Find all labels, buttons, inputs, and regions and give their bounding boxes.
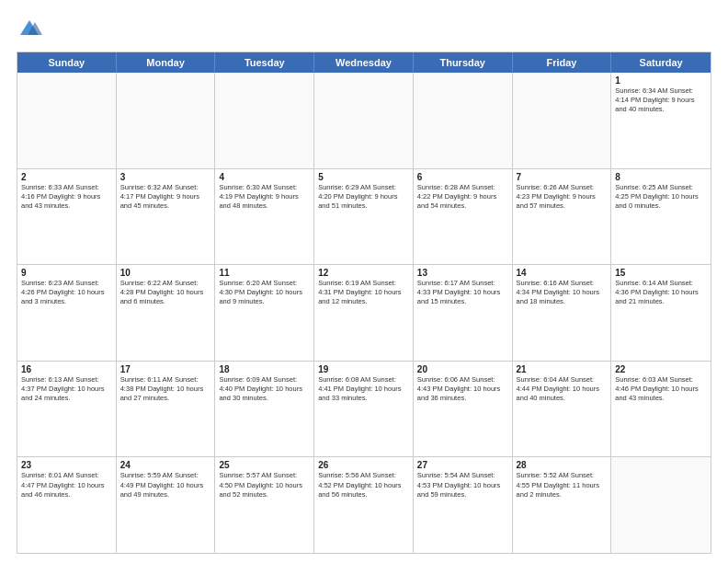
calendar-body: 1Sunrise: 6:34 AM Sunset: 4:14 PM Daylig… (17, 73, 711, 553)
calendar-day-cell: 4Sunrise: 6:30 AM Sunset: 4:19 PM Daylig… (215, 169, 314, 265)
calendar-day-cell: 10Sunrise: 6:22 AM Sunset: 4:28 PM Dayli… (117, 265, 216, 361)
day-info: Sunrise: 5:54 AM Sunset: 4:53 PM Dayligh… (417, 471, 508, 499)
day-info: Sunrise: 6:13 AM Sunset: 4:37 PM Dayligh… (21, 375, 112, 403)
day-number: 5 (318, 172, 409, 182)
calendar-grid: SundayMondayTuesdayWednesdayThursdayFrid… (17, 52, 711, 554)
day-info: Sunrise: 6:33 AM Sunset: 4:16 PM Dayligh… (21, 183, 112, 211)
day-info: Sunrise: 6:09 AM Sunset: 4:40 PM Dayligh… (219, 375, 310, 403)
day-number: 8 (615, 172, 707, 182)
calendar-day-cell: 9Sunrise: 6:23 AM Sunset: 4:26 PM Daylig… (17, 265, 117, 361)
day-number: 21 (517, 364, 608, 374)
calendar-day-cell: 3Sunrise: 6:32 AM Sunset: 4:17 PM Daylig… (117, 169, 216, 265)
calendar-day-cell: 13Sunrise: 6:17 AM Sunset: 4:33 PM Dayli… (414, 265, 513, 361)
day-info: Sunrise: 6:19 AM Sunset: 4:31 PM Dayligh… (318, 279, 409, 306)
calendar-day-cell: 22Sunrise: 6:03 AM Sunset: 4:46 PM Dayli… (611, 362, 711, 457)
day-number: 13 (417, 268, 508, 278)
day-number: 26 (318, 460, 409, 470)
day-number: 22 (615, 364, 707, 374)
day-number: 28 (517, 460, 608, 470)
day-number: 6 (417, 172, 508, 182)
calendar-day-cell (513, 73, 612, 168)
calendar-day-cell: 7Sunrise: 6:26 AM Sunset: 4:23 PM Daylig… (513, 169, 612, 265)
calendar-day-cell: 19Sunrise: 6:08 AM Sunset: 4:41 PM Dayli… (314, 362, 414, 457)
page-header (17, 17, 711, 42)
day-number: 4 (219, 172, 310, 182)
day-number: 12 (318, 268, 409, 278)
day-number: 3 (120, 172, 211, 182)
calendar-day-cell: 18Sunrise: 6:09 AM Sunset: 4:40 PM Dayli… (215, 362, 314, 457)
day-info: Sunrise: 5:59 AM Sunset: 4:49 PM Dayligh… (120, 471, 211, 499)
calendar-day-cell: 6Sunrise: 6:28 AM Sunset: 4:22 PM Daylig… (414, 169, 513, 265)
day-number: 10 (120, 268, 211, 278)
logo (17, 17, 46, 42)
day-info: Sunrise: 6:32 AM Sunset: 4:17 PM Dayligh… (120, 183, 211, 211)
calendar-day-cell: 15Sunrise: 6:14 AM Sunset: 4:36 PM Dayli… (611, 265, 711, 361)
calendar-day-cell: 26Sunrise: 5:56 AM Sunset: 4:52 PM Dayli… (314, 457, 414, 553)
day-info: Sunrise: 6:23 AM Sunset: 4:26 PM Dayligh… (21, 279, 112, 306)
calendar-day-cell (215, 73, 314, 168)
day-info: Sunrise: 6:01 AM Sunset: 4:47 PM Dayligh… (21, 471, 112, 499)
day-info: Sunrise: 5:52 AM Sunset: 4:55 PM Dayligh… (517, 471, 608, 499)
day-number: 24 (120, 460, 211, 470)
day-info: Sunrise: 6:34 AM Sunset: 4:14 PM Dayligh… (615, 86, 707, 114)
day-info: Sunrise: 6:16 AM Sunset: 4:34 PM Dayligh… (517, 279, 608, 306)
day-number: 17 (120, 364, 211, 374)
weekday-header: Thursday (414, 52, 513, 73)
day-info: Sunrise: 6:14 AM Sunset: 4:36 PM Dayligh… (615, 279, 707, 306)
calendar-header-row: SundayMondayTuesdayWednesdayThursdayFrid… (17, 52, 711, 73)
day-number: 16 (21, 364, 112, 374)
day-info: Sunrise: 6:17 AM Sunset: 4:33 PM Dayligh… (417, 279, 508, 306)
day-info: Sunrise: 6:30 AM Sunset: 4:19 PM Dayligh… (219, 183, 310, 211)
calendar-day-cell: 20Sunrise: 6:06 AM Sunset: 4:43 PM Dayli… (414, 362, 513, 457)
calendar-day-cell (414, 73, 513, 168)
calendar-week-row: 9Sunrise: 6:23 AM Sunset: 4:26 PM Daylig… (17, 265, 711, 362)
day-number: 14 (517, 268, 608, 278)
day-number: 20 (417, 364, 508, 374)
calendar-page: SundayMondayTuesdayWednesdayThursdayFrid… (0, 0, 728, 563)
day-number: 1 (615, 75, 707, 86)
calendar-day-cell: 12Sunrise: 6:19 AM Sunset: 4:31 PM Dayli… (314, 265, 414, 361)
calendar-day-cell (611, 457, 711, 553)
weekday-header: Friday (513, 52, 612, 73)
calendar-week-row: 16Sunrise: 6:13 AM Sunset: 4:37 PM Dayli… (17, 362, 711, 458)
calendar-day-cell: 25Sunrise: 5:57 AM Sunset: 4:50 PM Dayli… (215, 457, 314, 553)
day-info: Sunrise: 5:57 AM Sunset: 4:50 PM Dayligh… (219, 471, 310, 499)
calendar-day-cell: 14Sunrise: 6:16 AM Sunset: 4:34 PM Dayli… (513, 265, 612, 361)
weekday-header: Tuesday (215, 52, 314, 73)
weekday-header: Sunday (17, 52, 117, 73)
day-number: 18 (219, 364, 310, 374)
day-info: Sunrise: 6:03 AM Sunset: 4:46 PM Dayligh… (615, 375, 707, 403)
day-info: Sunrise: 6:22 AM Sunset: 4:28 PM Dayligh… (120, 279, 211, 306)
day-info: Sunrise: 6:20 AM Sunset: 4:30 PM Dayligh… (219, 279, 310, 306)
calendar-day-cell (314, 73, 414, 168)
day-number: 11 (219, 268, 310, 278)
day-info: Sunrise: 6:29 AM Sunset: 4:20 PM Dayligh… (318, 183, 409, 211)
calendar-day-cell: 8Sunrise: 6:25 AM Sunset: 4:25 PM Daylig… (611, 169, 711, 265)
day-info: Sunrise: 6:26 AM Sunset: 4:23 PM Dayligh… (517, 183, 608, 211)
day-number: 27 (417, 460, 508, 470)
day-number: 2 (21, 172, 112, 182)
day-number: 19 (318, 364, 409, 374)
weekday-header: Saturday (611, 52, 711, 73)
day-info: Sunrise: 6:08 AM Sunset: 4:41 PM Dayligh… (318, 375, 409, 403)
calendar-day-cell: 24Sunrise: 5:59 AM Sunset: 4:49 PM Dayli… (117, 457, 216, 553)
calendar-day-cell: 5Sunrise: 6:29 AM Sunset: 4:20 PM Daylig… (314, 169, 414, 265)
calendar-day-cell (17, 73, 117, 168)
calendar-day-cell: 2Sunrise: 6:33 AM Sunset: 4:16 PM Daylig… (17, 169, 117, 265)
day-number: 23 (21, 460, 112, 470)
day-info: Sunrise: 6:06 AM Sunset: 4:43 PM Dayligh… (417, 375, 508, 403)
day-number: 15 (615, 268, 707, 278)
calendar-day-cell: 1Sunrise: 6:34 AM Sunset: 4:14 PM Daylig… (611, 73, 711, 168)
calendar-day-cell: 21Sunrise: 6:04 AM Sunset: 4:44 PM Dayli… (513, 362, 612, 457)
day-info: Sunrise: 6:11 AM Sunset: 4:38 PM Dayligh… (120, 375, 211, 403)
day-number: 7 (517, 172, 608, 182)
calendar-day-cell: 17Sunrise: 6:11 AM Sunset: 4:38 PM Dayli… (117, 362, 216, 457)
day-info: Sunrise: 5:56 AM Sunset: 4:52 PM Dayligh… (318, 471, 409, 499)
weekday-header: Monday (117, 52, 216, 73)
logo-icon (17, 17, 42, 42)
calendar-week-row: 1Sunrise: 6:34 AM Sunset: 4:14 PM Daylig… (17, 73, 711, 169)
calendar-week-row: 23Sunrise: 6:01 AM Sunset: 4:47 PM Dayli… (17, 457, 711, 553)
day-number: 25 (219, 460, 310, 470)
weekday-header: Wednesday (314, 52, 414, 73)
calendar-day-cell (117, 73, 216, 168)
